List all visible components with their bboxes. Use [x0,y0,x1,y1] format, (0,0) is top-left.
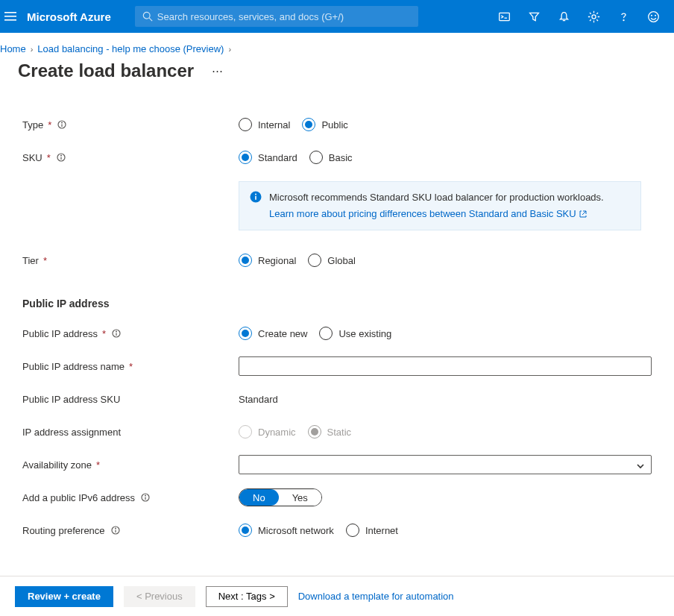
breadcrumb-lb-help[interactable]: Load balancing - help me choose (Preview… [37,43,224,54]
label-tier: Tier [22,255,39,266]
row-ip-assignment: IP address assignment Dynamic Static [22,415,652,448]
row-sku: SKU * Standard Basic [22,141,652,174]
form-area: Type * Internal Public SKU * Standard Ba… [0,84,674,568]
radio-tier-regional[interactable]: Regional [239,254,296,267]
radio-sku-basic[interactable]: Basic [309,151,353,164]
settings-icon[interactable] [579,0,608,33]
section-public-ip: Public IP address [22,298,652,309]
row-routing: Routing preference Microsoft network Int… [22,514,652,547]
radio-sku-standard[interactable]: Standard [239,151,297,164]
label-sku: SKU [22,152,42,163]
info-icon[interactable] [57,153,66,162]
svg-point-10 [623,19,623,20]
row-pip-name: Public IP address name * [22,350,652,383]
label-ip-assignment: IP address assignment [22,427,121,438]
cloud-shell-icon[interactable] [489,0,519,33]
svg-point-9 [591,14,595,18]
sku-info-link[interactable]: Learn more about pricing differences bet… [269,207,587,221]
previous-button: < Previous [124,586,195,607]
svg-rect-0 [4,12,16,13]
hamburger-menu[interactable] [0,0,21,33]
label-pip: Public IP address [22,328,98,339]
required-marker: * [43,255,47,266]
radio-pip-existing[interactable]: Use existing [319,327,391,340]
svg-point-12 [651,15,652,16]
toggle-ipv6-no[interactable]: No [239,489,279,506]
directory-filter-icon[interactable] [519,0,549,33]
svg-rect-21 [255,196,256,200]
label-routing: Routing preference [22,525,105,536]
svg-point-26 [116,332,117,333]
required-marker: * [47,152,51,163]
breadcrumb: Home › Load balancing - help me choose (… [0,33,674,59]
brand-label[interactable]: Microsoft Azure [21,10,122,23]
value-pip-sku: Standard [239,394,278,405]
help-icon[interactable] [608,0,638,33]
toggle-ipv6-yes[interactable]: Yes [279,489,321,506]
notifications-icon[interactable] [549,0,579,33]
review-create-button[interactable]: Review + create [15,586,113,607]
row-pip-sku: Public IP address SKU Standard [22,383,652,415]
row-ipv6: Add a public IPv6 address No Yes [22,481,652,514]
svg-rect-5 [499,13,509,20]
radio-type-public[interactable]: Public [302,118,347,131]
external-link-icon [579,210,587,218]
toggle-ipv6[interactable]: No Yes [239,488,322,506]
row-availability-zone: Availability zone * [22,448,652,481]
label-pip-name: Public IP address name [22,361,125,372]
feedback-icon[interactable] [638,0,668,33]
svg-point-29 [145,496,146,497]
svg-point-22 [255,194,256,195]
required-marker: * [129,361,133,372]
info-icon[interactable] [112,329,121,338]
radio-type-internal[interactable]: Internal [239,118,290,131]
radio-route-internet[interactable]: Internet [346,524,398,537]
wizard-footer: Review + create < Previous Next : Tags >… [0,576,674,616]
radio-ip-static: Static [308,425,352,439]
svg-marker-7 [529,13,538,20]
label-pip-sku: Public IP address SKU [22,394,120,405]
sku-info-box: Microsoft recommends Standard SKU load b… [239,181,641,230]
svg-point-3 [143,12,150,19]
row-type: Type * Internal Public [22,108,652,141]
svg-point-32 [115,529,116,529]
info-circle-icon [250,191,262,203]
page-title: Create load balancer [18,60,194,81]
radio-ip-dynamic: Dynamic [239,425,296,439]
radio-pip-create[interactable]: Create new [239,327,307,340]
chevron-right-icon: › [31,45,34,54]
search-icon [142,11,153,22]
info-icon[interactable] [57,120,66,129]
search-input[interactable] [157,11,418,22]
breadcrumb-home[interactable]: Home [0,43,26,54]
svg-point-13 [655,15,655,16]
page-title-row: Create load balancer ⋯ [0,59,674,84]
sku-info-text: Microsoft recommends Standard SKU load b… [269,191,604,204]
radio-tier-global[interactable]: Global [308,254,356,267]
row-pip: Public IP address * Create new Use exist… [22,317,652,350]
svg-rect-2 [4,19,16,21]
more-actions-button[interactable]: ⋯ [206,61,229,81]
svg-rect-1 [4,16,16,17]
required-marker: * [48,119,51,131]
next-button[interactable]: Next : Tags > [206,586,288,607]
row-sku-info: Microsoft recommends Standard SKU load b… [22,174,652,244]
select-availability-zone[interactable] [239,455,652,474]
input-pip-name[interactable] [239,356,652,376]
required-marker: * [96,459,100,471]
label-ipv6: Add a public IPv6 address [22,492,135,503]
info-icon[interactable] [141,493,150,502]
topbar-right [489,0,668,33]
label-type: Type [22,119,43,131]
global-search[interactable] [135,6,418,27]
chevron-right-icon: › [228,45,231,54]
label-availability-zone: Availability zone [22,459,92,471]
row-tier: Tier * Regional Global [22,244,652,277]
download-template-link[interactable]: Download a template for automation [298,591,454,602]
info-icon[interactable] [111,526,120,535]
svg-line-23 [582,211,586,215]
required-marker: * [102,328,106,339]
svg-point-11 [648,11,658,22]
radio-route-microsoft[interactable]: Microsoft network [239,524,334,537]
svg-line-4 [149,18,152,21]
